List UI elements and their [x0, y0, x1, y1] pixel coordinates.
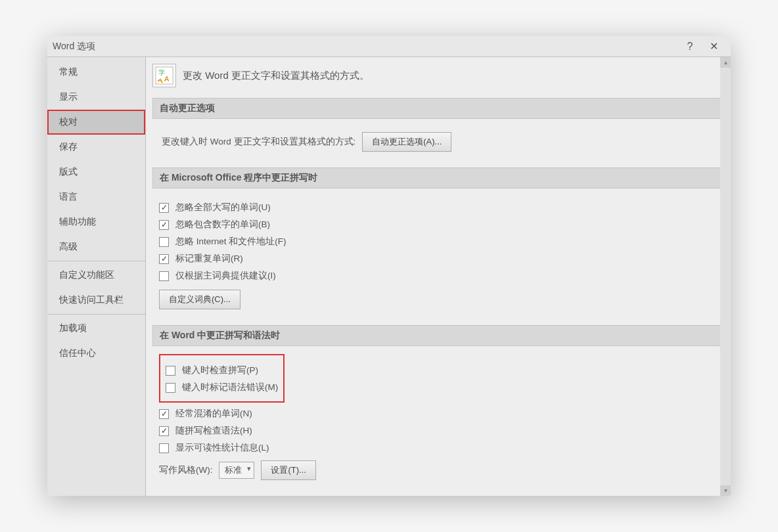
sidebar-item-language[interactable]: 语言: [47, 185, 145, 210]
checkbox-flag-repeated[interactable]: [159, 254, 169, 264]
scroll-down-icon[interactable]: ▾: [720, 485, 731, 496]
checkbox-main-dict-only[interactable]: [159, 271, 169, 281]
checkbox-ignore-numbers[interactable]: [159, 220, 169, 230]
highlighted-checkbox-group: 键入时检查拼写(P) 键入时标记语法错误(M): [159, 354, 285, 403]
checkbox-label: 键入时标记语法错误(M): [182, 382, 278, 393]
writing-style-label: 写作风格(W):: [159, 464, 212, 476]
sidebar-item-display[interactable]: 显示: [47, 85, 145, 110]
checkbox-check-spelling-typing[interactable]: [166, 366, 175, 376]
checkbox-ignore-internet[interactable]: [159, 237, 169, 247]
scrollbar[interactable]: ▴ ▾: [720, 57, 731, 496]
checkbox-label: 仅根据主词典提供建议(I): [175, 270, 276, 282]
checkbox-mark-grammar-typing[interactable]: [166, 383, 175, 393]
section-word-spell-header: 在 Word 中更正拼写和语法时: [152, 325, 723, 346]
checkbox-label: 忽略 Internet 和文件地址(F): [175, 236, 286, 248]
section-office-spell-header: 在 Microsoft Office 程序中更正拼写时: [152, 167, 723, 188]
titlebar: Word 选项 ? ✕: [47, 36, 731, 57]
proofing-icon: 字 A: [152, 64, 176, 87]
checkbox-confused-words[interactable]: [159, 409, 169, 419]
checkbox-label: 经常混淆的单词(N): [175, 408, 252, 420]
content-pane: 字 A 更改 Word 更正文字和设置其格式的方式。 自动更正选项 更改键入时 …: [146, 57, 731, 496]
sidebar-item-customize-ribbon[interactable]: 自定义功能区: [47, 263, 145, 288]
close-button[interactable]: ✕: [702, 40, 725, 53]
word-options-dialog: Word 选项 ? ✕ 常规 显示 校对 保存 版式 语言 辅助功能 高级 自定…: [47, 36, 731, 496]
sidebar-item-accessibility[interactable]: 辅助功能: [47, 210, 145, 234]
checkbox-label: 忽略全部大写的单词(U): [175, 202, 271, 213]
checkbox-label: 忽略包含数字的单词(B): [175, 219, 270, 231]
checkbox-ignore-uppercase[interactable]: [159, 203, 169, 213]
sidebar-divider: [47, 261, 145, 261]
sidebar-item-qat[interactable]: 快速访问工具栏: [47, 288, 145, 313]
checkbox-check-grammar-with-spelling[interactable]: [159, 426, 169, 436]
sidebar: 常规 显示 校对 保存 版式 语言 辅助功能 高级 自定义功能区 快速访问工具栏…: [47, 57, 146, 496]
sidebar-divider: [47, 314, 145, 315]
checkbox-label: 显示可读性统计信息(L): [175, 442, 269, 454]
checkbox-label: 键入时检查拼写(P): [182, 365, 258, 376]
autocorrect-options-button[interactable]: 自动更正选项(A)...: [362, 132, 451, 152]
writing-style-select[interactable]: 标准: [219, 462, 254, 479]
section-autocorrect-header: 自动更正选项: [152, 98, 723, 119]
custom-dictionaries-button[interactable]: 自定义词典(C)...: [159, 290, 240, 309]
svg-text:A: A: [164, 75, 170, 83]
sidebar-item-advanced[interactable]: 高级: [47, 234, 145, 259]
sidebar-item-trust-center[interactable]: 信任中心: [47, 341, 145, 366]
autocorrect-desc: 更改键入时 Word 更正文字和设置其格式的方式:: [162, 136, 355, 148]
help-button[interactable]: ?: [678, 41, 702, 53]
sidebar-item-general[interactable]: 常规: [47, 60, 145, 85]
sidebar-item-save[interactable]: 保存: [47, 135, 145, 160]
sidebar-item-addins[interactable]: 加载项: [47, 316, 145, 341]
sidebar-item-proofing[interactable]: 校对: [47, 110, 145, 135]
window-title: Word 选项: [53, 41, 678, 53]
writing-style-settings-button[interactable]: 设置(T)...: [261, 460, 315, 480]
checkbox-readability-stats[interactable]: [159, 443, 169, 453]
sidebar-item-layout[interactable]: 版式: [47, 160, 145, 185]
scroll-up-icon[interactable]: ▴: [720, 57, 731, 68]
checkbox-label: 标记重复单词(R): [175, 253, 243, 265]
page-title: 更改 Word 更正文字和设置其格式的方式。: [183, 70, 369, 82]
checkbox-label: 随拼写检查语法(H): [175, 425, 252, 437]
